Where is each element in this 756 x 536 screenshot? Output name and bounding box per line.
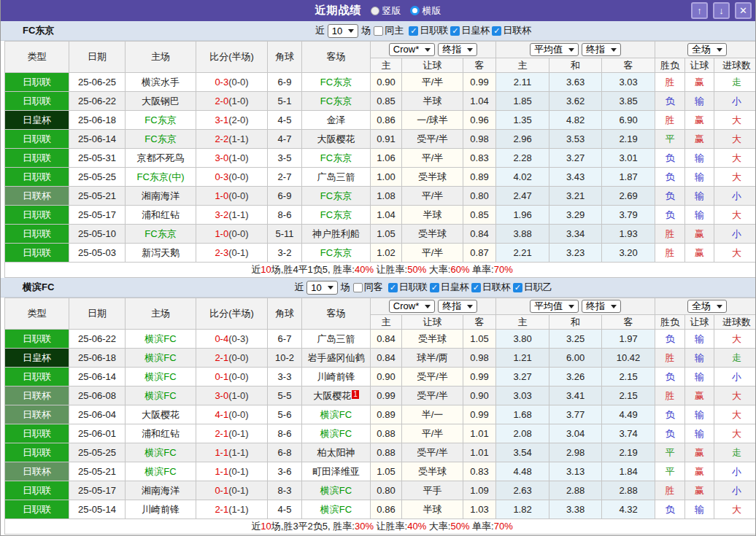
match-date: 25-05-17 [69,206,126,225]
corners: 4-5 [268,111,302,130]
home-team: 横滨FC [126,462,196,481]
odds-company-select[interactable]: Crow* [389,300,435,313]
avg-away-odds: 3.74 [602,424,655,443]
league-filter-checkbox[interactable]: ✓日职联 [409,24,448,37]
league-type-badge: 日联杯 [5,462,69,481]
average-select[interactable]: 平均值 [530,43,579,56]
handicap-line: 平/半 [402,424,463,443]
corners: 4-5 [268,500,302,519]
away-odds: 0.87 [463,244,496,263]
average-select[interactable]: 平均值 [530,300,579,313]
handicap-line: 受平/半 [402,368,463,387]
horizontal-layout-radio[interactable]: 横版 [410,4,441,18]
away-odds: 0.84 [463,225,496,244]
result-goals: 走 [714,349,756,368]
odds-company-select[interactable]: Crow* [389,43,435,56]
away-team: 金泽 [302,111,371,130]
corners: 6-9 [268,187,302,206]
checked-checkbox-icon: ✓ [450,26,460,36]
result-handicap: 输 [685,424,714,443]
avg-draw-odds: 3.29 [549,206,602,225]
chevron-down-icon [425,305,431,308]
vertical-layout-radio[interactable]: 竖版 [371,4,401,18]
match-date: 25-06-08 [69,387,126,405]
home-team: 浦和红钻 [126,424,196,443]
avg-draw-odds: 3.53 [549,130,602,149]
same-venue-checkbox[interactable]: 同主 [374,24,404,37]
handicap-line: 半球 [402,500,463,519]
handicap-line: 受半球 [402,330,463,349]
avg-away-odds: 2.15 [602,368,655,387]
match-date: 25-05-10 [69,225,126,244]
league-filter-checkbox[interactable]: ✓日联杯 [471,281,511,294]
result-handicap: 赢 [685,130,714,149]
summary-row: 近10场,胜4平1负5, 胜率:40% 让胜率:50% 大率:60% 单率:70… [5,263,756,278]
result-goals: 大 [714,330,756,349]
home-odds: 0.89 [371,405,402,424]
avg-home-odds: 3.88 [496,225,549,244]
avg-away-odds: 6.90 [602,111,655,130]
column-subheader: 客 [463,58,496,73]
away-team: 神户胜利船 [302,225,371,244]
column-header: 主场 [126,42,196,73]
match-date: 25-05-21 [69,187,126,206]
up-arrow-icon: ↑ [697,5,702,16]
league-filter-checkbox[interactable]: ✓日皇杯 [450,24,490,37]
away-odds: 1.04 [463,92,496,111]
match-date: 25-05-25 [69,443,126,462]
league-filter-checkbox[interactable]: ✓日职联 [388,281,428,294]
away-team: 大阪樱花1 [302,387,371,405]
fulltime-select[interactable]: 全场 [687,43,727,56]
away-team: 岩手盛冈仙鹤 [302,349,371,368]
handicap-line: 球半/两 [402,349,463,368]
match-count-select[interactable]: 10 [328,24,358,38]
league-type-badge: 日职联 [5,330,69,349]
final-avg-select[interactable]: 终指 [582,300,621,313]
away-team: 横滨FC [302,405,371,424]
match-count-select[interactable]: 10 [306,281,337,295]
final-odds-select[interactable]: 终指 [438,43,477,56]
match-row: 日职联25-06-14横滨FC0-1(0-0)3-3川崎前锋0.90受平/半0.… [5,368,756,387]
result-goals: 大 [714,111,756,130]
result-goals: 小 [714,187,756,206]
handicap-line: 半球 [402,92,463,111]
avg-away-odds: 2.15 [602,387,655,405]
scroll-up-button[interactable]: ↑ [691,2,708,19]
column-subheader: 主 [371,315,402,330]
league-filter-checkbox[interactable]: ✓日职乙 [513,281,552,294]
away-odds: 1.01 [463,443,496,462]
avg-draw-odds: 3.23 [549,244,602,263]
league-type-badge: 日职联 [5,92,69,111]
result-goals: 大 [714,244,756,263]
league-filter-checkbox[interactable]: ✓日皇杯 [430,281,469,294]
title-bar: 近期战绩 竖版 横版 ↑ ↓ ✕ [1,0,755,21]
league-type-badge: 日职联 [5,443,69,462]
score-halftime: 3-0(1-0) [196,387,268,405]
final-avg-select[interactable]: 终指 [582,43,621,56]
result-handicap: 赢 [685,111,714,130]
chevron-down-icon [328,286,333,290]
handicap-line: 一/球半 [402,111,463,130]
column-subheader: 客 [463,315,496,330]
team-section-2: 横滨FC 近 10 场 同客 ✓日职联✓日皇杯✓日联杯✓日职乙 类型日期主场比分… [1,278,755,535]
corners: 5-5 [268,387,302,405]
close-button[interactable]: ✕ [735,2,752,19]
league-type-badge: 日职联 [5,149,69,168]
match-row: 日职联25-06-22横滨FC0-4(0-3)6-7广岛三箭0.84受半球1.0… [5,330,756,349]
league-filter-checkbox[interactable]: ✓日联杯 [492,24,531,37]
down-arrow-icon: ↓ [719,5,724,16]
near-label: 近 [315,24,325,37]
avg-draw-odds: 3.27 [549,149,602,168]
home-team: FC东京 [126,111,196,130]
match-row: 日联杯25-05-21湘南海洋1-0(0-0)6-9FC东京1.08平/半0.8… [5,187,756,206]
scroll-down-button[interactable]: ↓ [713,2,730,19]
final-odds-select[interactable]: 终指 [438,300,477,313]
result-outcome: 胜 [655,349,685,368]
home-team: 新泻天鹅 [126,244,196,263]
same-venue-checkbox[interactable]: 同客 [353,281,383,294]
chevron-down-icon [568,305,574,308]
fulltime-select[interactable]: 全场 [687,300,727,313]
home-odds: 0.80 [371,481,402,500]
avg-home-odds: 2.11 [496,73,549,92]
corners: 4-7 [268,130,302,149]
